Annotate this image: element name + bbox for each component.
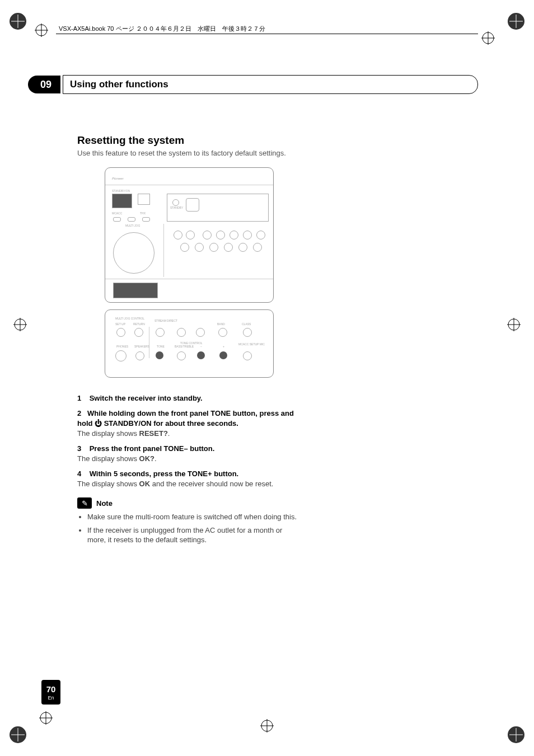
bass-treble-label: BASS/TREBLE [175, 345, 194, 348]
class-label: CLASS [242, 322, 251, 326]
multijog-control-label: MULTI JOG CONTROL [115, 317, 144, 320]
stream-button [156, 328, 165, 337]
section-heading: Resetting the system [77, 134, 301, 147]
brand-logo: Pioneer [112, 177, 124, 180]
thx-label: THX [140, 212, 146, 215]
knob2 [196, 328, 205, 337]
crop-mark-top [480, 30, 496, 46]
tone-plus-button [219, 351, 227, 359]
note-icon: ✎ [77, 497, 92, 509]
tone-plus-label: + [223, 345, 224, 348]
step-1: 1 Switch the receiver into standby. [77, 393, 301, 403]
step-2-desc-c: . [168, 429, 170, 438]
reg-corner-top-left [8, 11, 28, 31]
crop-mark-right [506, 317, 522, 332]
step-3-desc-a: The display shows [77, 454, 139, 463]
step-4-desc-a: The display shows [77, 480, 139, 488]
return-label: RETURN [133, 322, 145, 326]
mic-jack [243, 351, 252, 360]
multijog-label: MULTI JOG [125, 224, 140, 227]
crop-mark-bottom-center [259, 718, 275, 734]
step-3: 3 Press the front panel TONE– button. Th… [77, 444, 301, 463]
note-item-2: If the receiver is unplugged from the AC… [87, 525, 301, 545]
crop-mark-top-left2 [34, 22, 49, 38]
chapter-title: Using other functions [63, 75, 478, 94]
receiver-front-panel-diagram: Pioneer STANDBY/ON MCACC THX MULTI JOG S… [105, 167, 274, 303]
note-list: Make sure the multi-room feature is swit… [77, 512, 301, 545]
step-3-title: Press the front panel TONE– button. [90, 444, 215, 453]
step-3-num: 3 [77, 444, 81, 453]
step-2-desc-b: RESET? [139, 429, 168, 438]
stream-direct-label: STREAM DIRECT [154, 319, 177, 322]
band-button [218, 328, 227, 337]
phones-label: PHONES [116, 345, 128, 348]
speakers-label: SPEAKERS [134, 345, 149, 348]
chapter-bar: 09 Using other functions [28, 75, 478, 94]
band-label: BAND [217, 322, 225, 326]
tone-minus-label: – [200, 345, 202, 348]
step-2-desc-a: The display shows [77, 429, 139, 438]
section-intro: Use this feature to reset the system to … [77, 149, 301, 158]
step-2-title-b: STANDBY/ON for about three seconds. [102, 419, 238, 428]
mcacc-label: MCACC [112, 212, 122, 215]
note-label: Note [96, 499, 113, 508]
tone-minus-button [197, 351, 205, 359]
standby-on-label: STANDBY/ON [112, 189, 130, 192]
bass-treble-button [177, 351, 186, 360]
reg-corner-bottom-right [506, 725, 526, 745]
header-rule [56, 34, 478, 34]
chapter-number-badge: 09 [28, 76, 60, 93]
phones-jack [115, 350, 127, 361]
mcacc-mic-label: MCACC SETUP MIC [238, 342, 265, 346]
step-2-num: 2 [77, 409, 81, 417]
step-4: 4 Within 5 seconds, press the TONE+ butt… [77, 469, 301, 489]
page-number: 70 [46, 684, 56, 694]
note-item-1: Make sure the multi-room feature is swit… [87, 512, 301, 522]
speakers-button [135, 351, 144, 360]
tone-button [156, 351, 163, 359]
knob1 [177, 328, 186, 337]
crop-mark-bottom [38, 710, 54, 726]
step-3-desc-b: OK? [139, 454, 154, 463]
multijog-knob [113, 232, 154, 274]
page-lang: En [48, 695, 54, 701]
input-selector [138, 194, 150, 205]
step-1-num: 1 [77, 394, 81, 402]
reg-corner-bottom-left [8, 725, 28, 745]
standby-label: STANDBY [170, 206, 183, 209]
step-4-desc-c: and the receiver should now be reset. [150, 480, 273, 488]
standby-on-button [112, 194, 132, 208]
header-text: VSX-AX5Ai.book 70 ページ ２００４年６月２日 水曜日 午後３時… [59, 25, 269, 33]
page-number-badge: 70 En [41, 680, 60, 705]
setup-button [116, 328, 125, 337]
step-4-num: 4 [77, 469, 81, 478]
step-4-title: Within 5 seconds, press the TONE+ button… [90, 469, 239, 478]
panel-door [113, 283, 158, 298]
crop-mark-left [12, 317, 28, 332]
step-1-title: Switch the receiver into standby. [90, 394, 203, 402]
class-button [243, 328, 252, 337]
step-2: 2 While holding down the front panel TON… [77, 408, 301, 438]
content-column: Resetting the system Use this feature to… [77, 134, 301, 548]
control-strip-diagram: MULTI JOG CONTROL SET UP RETURN STREAM D… [105, 309, 274, 378]
setup-label: SET UP [115, 322, 125, 326]
note-header: ✎ Note [77, 497, 301, 509]
step-3-desc-c: . [154, 454, 157, 463]
step-4-desc-b: OK [139, 480, 151, 488]
tone-label: TONE [157, 345, 165, 348]
power-icon: ⏻ [95, 419, 102, 428]
return-button [134, 328, 143, 337]
reg-corner-top-right [506, 11, 526, 31]
